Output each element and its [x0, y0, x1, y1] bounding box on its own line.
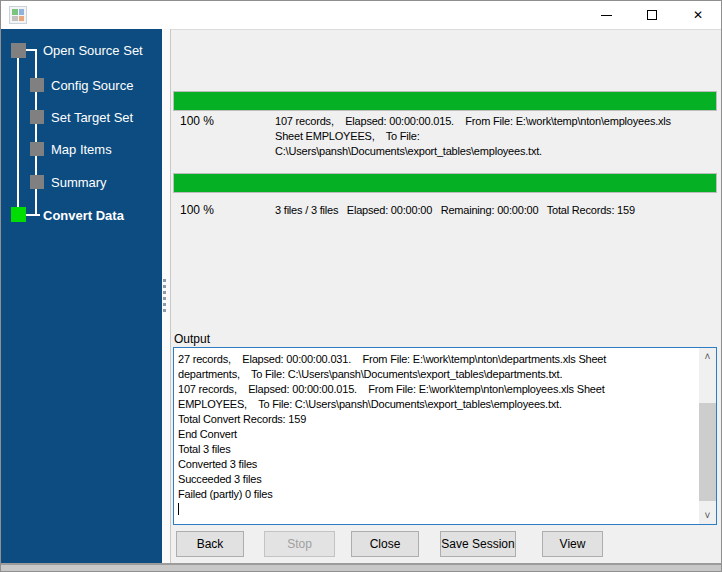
back-button[interactable]: Back — [176, 531, 244, 557]
total-progress-percent: 100 % — [180, 203, 275, 217]
step-marker-summary[interactable] — [30, 175, 44, 189]
client-area: Open Source Set Config Source Set Target… — [1, 29, 721, 563]
output-log-line: Failed (partly) 0 files — [178, 487, 696, 502]
step-marker-map-items[interactable] — [30, 142, 44, 156]
tree-connector-line — [17, 57, 19, 208]
step-marker-open-source-set[interactable] — [11, 43, 26, 58]
app-icon-cell — [19, 9, 25, 15]
output-log-line: 27 records, Elapsed: 00:00:00.031. From … — [178, 352, 696, 367]
tree-connector-line — [35, 49, 37, 216]
output-log-line: End Convert — [178, 427, 696, 442]
sidebar-item-open-source-set[interactable]: Open Source Set — [43, 43, 143, 58]
output-textbox[interactable]: 27 records, Elapsed: 00:00:00.031. From … — [173, 347, 717, 525]
splitter-grip-icon — [163, 279, 166, 312]
window-controls: ✕ — [583, 1, 721, 29]
file-progress-percent: 100 % — [180, 114, 275, 128]
output-log-line: departments, To File: C:\Users\pansh\Doc… — [178, 367, 696, 382]
step-marker-set-target-set[interactable] — [30, 110, 44, 124]
output-log-line: EMPLOYEES, To File: C:\Users\pansh\Docum… — [178, 397, 696, 412]
output-label: Output — [174, 332, 210, 346]
total-progress-bar — [173, 173, 717, 193]
output-log-line: Total 3 files — [178, 442, 696, 457]
close-button[interactable]: ✕ — [675, 1, 721, 29]
app-window: ✕ Open Source Set Config Source Set Targ… — [0, 0, 722, 572]
file-progress-row: 100 % 107 records, Elapsed: 00:00:00.015… — [180, 114, 717, 159]
scroll-up-icon[interactable]: ˄ — [699, 348, 716, 365]
output-caret-line — [178, 502, 696, 517]
output-log: 27 records, Elapsed: 00:00:00.031. From … — [178, 352, 696, 522]
sidebar-item-set-target-set[interactable]: Set Target Set — [51, 110, 133, 125]
app-icon — [9, 6, 27, 24]
total-progress-row: 100 % 3 files / 3 files Elapsed: 00:00:0… — [180, 203, 717, 218]
sidebar-splitter[interactable] — [162, 29, 171, 563]
minimize-button[interactable] — [583, 1, 629, 29]
wizard-steps-sidebar: Open Source Set Config Source Set Target… — [1, 29, 162, 563]
scrollbar-thumb[interactable] — [699, 403, 716, 501]
app-icon-cell — [12, 9, 18, 15]
step-marker-convert-data[interactable] — [11, 207, 26, 222]
sidebar-item-map-items[interactable]: Map Items — [51, 142, 112, 157]
file-progress-message-line: 107 records, Elapsed: 00:00:00.015. From… — [275, 114, 717, 129]
output-log-line: Converted 3 files — [178, 457, 696, 472]
text-cursor — [178, 503, 179, 515]
save-session-button[interactable]: Save Session — [440, 531, 516, 557]
sidebar-item-config-source[interactable]: Config Source — [51, 78, 133, 93]
tree-connector-line — [26, 214, 40, 216]
stop-button: Stop — [264, 531, 335, 557]
file-progress-message: 107 records, Elapsed: 00:00:00.015. From… — [275, 114, 717, 159]
file-progress-bar — [173, 91, 717, 111]
scroll-down-icon[interactable]: ˅ — [699, 507, 716, 524]
app-icon-cell — [12, 16, 18, 22]
maximize-icon — [647, 10, 657, 20]
output-log-line: 107 records, Elapsed: 00:00:00.015. From… — [178, 382, 696, 397]
file-progress-message-line: C:\Users\pansh\Documents\export_tables\e… — [275, 144, 717, 159]
convert-panel: 100 % 107 records, Elapsed: 00:00:00.015… — [171, 29, 721, 563]
total-progress-summary: 3 files / 3 files Elapsed: 00:00:00 Rema… — [275, 203, 717, 218]
titlebar: ✕ — [1, 1, 721, 29]
step-marker-config-source[interactable] — [30, 78, 44, 92]
output-scrollbar[interactable]: ˄ ˅ — [699, 348, 716, 524]
maximize-button[interactable] — [629, 1, 675, 29]
file-progress-message-line: Sheet EMPLOYEES, To File: — [275, 129, 717, 144]
app-icon-cell — [19, 16, 25, 22]
minimize-icon — [601, 15, 612, 16]
output-log-line: Succeeded 3 files — [178, 472, 696, 487]
view-button[interactable]: View — [542, 531, 603, 557]
sidebar-item-convert-data[interactable]: Convert Data — [43, 208, 124, 223]
close-dialog-button[interactable]: Close — [351, 531, 419, 557]
window-resize-border — [1, 563, 721, 571]
output-log-line: Total Convert Records: 159 — [178, 412, 696, 427]
tree-connector-line — [25, 49, 37, 51]
sidebar-item-summary[interactable]: Summary — [51, 175, 107, 190]
close-icon: ✕ — [693, 9, 703, 21]
